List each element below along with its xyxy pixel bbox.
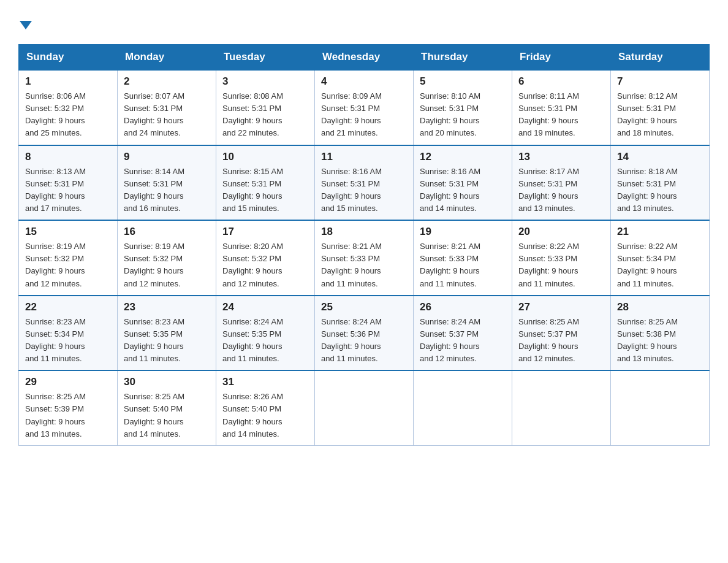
- day-info: Sunrise: 8:18 AMSunset: 5:31 PMDaylight:…: [617, 166, 703, 215]
- day-number: 18: [321, 226, 407, 238]
- col-thursday: Thursday: [414, 45, 512, 71]
- day-number: 24: [222, 301, 308, 313]
- day-number: 16: [124, 226, 210, 238]
- calendar-week-row-4: 22Sunrise: 8:23 AMSunset: 5:34 PMDayligh…: [19, 296, 710, 371]
- day-info: Sunrise: 8:21 AMSunset: 5:33 PMDaylight:…: [321, 240, 407, 290]
- day-number: 30: [124, 376, 210, 388]
- calendar-cell: 30Sunrise: 8:25 AMSunset: 5:40 PMDayligh…: [118, 370, 216, 445]
- day-number: 23: [124, 301, 210, 313]
- calendar-cell: 8Sunrise: 8:13 AMSunset: 5:31 PMDaylight…: [19, 145, 118, 221]
- calendar-cell: 10Sunrise: 8:15 AMSunset: 5:31 PMDayligh…: [216, 145, 315, 221]
- day-info: Sunrise: 8:15 AMSunset: 5:31 PMDaylight:…: [222, 166, 308, 215]
- calendar-cell: 12Sunrise: 8:16 AMSunset: 5:31 PMDayligh…: [414, 145, 512, 221]
- day-info: Sunrise: 8:23 AMSunset: 5:34 PMDaylight:…: [25, 316, 111, 366]
- calendar-cell: 7Sunrise: 8:12 AMSunset: 5:31 PMDaylight…: [611, 70, 710, 145]
- day-info: Sunrise: 8:11 AMSunset: 5:31 PMDaylight:…: [518, 90, 604, 140]
- calendar-cell: 23Sunrise: 8:23 AMSunset: 5:35 PMDayligh…: [118, 296, 216, 371]
- day-info: Sunrise: 8:22 AMSunset: 5:33 PMDaylight:…: [518, 240, 604, 290]
- day-number: 22: [25, 301, 111, 313]
- day-number: 27: [518, 301, 604, 313]
- day-number: 15: [25, 226, 111, 238]
- day-number: 3: [222, 75, 308, 88]
- calendar-cell: 14Sunrise: 8:18 AMSunset: 5:31 PMDayligh…: [611, 145, 710, 221]
- calendar-cell: 6Sunrise: 8:11 AMSunset: 5:31 PMDaylight…: [512, 70, 611, 145]
- col-wednesday: Wednesday: [315, 45, 414, 71]
- day-info: Sunrise: 8:14 AMSunset: 5:31 PMDaylight:…: [124, 166, 210, 215]
- day-number: 25: [321, 301, 407, 313]
- day-info: Sunrise: 8:10 AMSunset: 5:31 PMDaylight:…: [420, 90, 506, 140]
- calendar-cell: 4Sunrise: 8:09 AMSunset: 5:31 PMDaylight…: [315, 70, 414, 145]
- day-info: Sunrise: 8:25 AMSunset: 5:39 PMDaylight:…: [25, 391, 111, 440]
- day-info: Sunrise: 8:17 AMSunset: 5:31 PMDaylight:…: [518, 166, 604, 215]
- calendar-cell: [512, 370, 611, 445]
- calendar-cell: 3Sunrise: 8:08 AMSunset: 5:31 PMDaylight…: [216, 70, 315, 145]
- day-info: Sunrise: 8:22 AMSunset: 5:34 PMDaylight:…: [617, 240, 703, 290]
- calendar-cell: 27Sunrise: 8:25 AMSunset: 5:37 PMDayligh…: [512, 296, 611, 371]
- day-number: 10: [222, 151, 308, 163]
- day-number: 31: [222, 376, 308, 388]
- calendar-week-row-5: 29Sunrise: 8:25 AMSunset: 5:39 PMDayligh…: [19, 370, 710, 445]
- calendar-cell: 28Sunrise: 8:25 AMSunset: 5:38 PMDayligh…: [611, 296, 710, 371]
- day-info: Sunrise: 8:06 AMSunset: 5:32 PMDaylight:…: [25, 90, 111, 140]
- day-info: Sunrise: 8:24 AMSunset: 5:35 PMDaylight:…: [222, 316, 308, 366]
- calendar-week-row-1: 1Sunrise: 8:06 AMSunset: 5:32 PMDaylight…: [19, 70, 710, 145]
- day-number: 11: [321, 151, 407, 163]
- day-number: 4: [321, 75, 407, 88]
- calendar-cell: [315, 370, 414, 445]
- logo-triangle-icon: [20, 21, 32, 29]
- calendar-cell: 9Sunrise: 8:14 AMSunset: 5:31 PMDaylight…: [118, 145, 216, 221]
- col-monday: Monday: [118, 45, 216, 71]
- day-info: Sunrise: 8:21 AMSunset: 5:33 PMDaylight:…: [420, 240, 506, 290]
- calendar-cell: 22Sunrise: 8:23 AMSunset: 5:34 PMDayligh…: [19, 296, 118, 371]
- day-info: Sunrise: 8:23 AMSunset: 5:35 PMDaylight:…: [124, 316, 210, 366]
- col-friday: Friday: [512, 45, 611, 71]
- day-number: 26: [420, 301, 506, 313]
- day-info: Sunrise: 8:20 AMSunset: 5:32 PMDaylight:…: [222, 240, 308, 290]
- col-tuesday: Tuesday: [216, 45, 315, 71]
- day-number: 6: [518, 75, 604, 88]
- calendar-cell: 1Sunrise: 8:06 AMSunset: 5:32 PMDaylight…: [19, 70, 118, 145]
- calendar-cell: 19Sunrise: 8:21 AMSunset: 5:33 PMDayligh…: [414, 220, 512, 296]
- day-info: Sunrise: 8:13 AMSunset: 5:31 PMDaylight:…: [25, 166, 111, 215]
- calendar-cell: 21Sunrise: 8:22 AMSunset: 5:34 PMDayligh…: [611, 220, 710, 296]
- day-number: 17: [222, 226, 308, 238]
- calendar-cell: 29Sunrise: 8:25 AMSunset: 5:39 PMDayligh…: [19, 370, 118, 445]
- day-number: 19: [420, 226, 506, 238]
- day-number: 13: [518, 151, 604, 163]
- calendar-week-row-3: 15Sunrise: 8:19 AMSunset: 5:32 PMDayligh…: [19, 220, 710, 296]
- calendar-cell: 2Sunrise: 8:07 AMSunset: 5:31 PMDaylight…: [118, 70, 216, 145]
- day-info: Sunrise: 8:25 AMSunset: 5:38 PMDaylight:…: [617, 316, 703, 366]
- day-number: 28: [617, 301, 703, 313]
- day-number: 20: [518, 226, 604, 238]
- calendar-cell: 25Sunrise: 8:24 AMSunset: 5:36 PMDayligh…: [315, 296, 414, 371]
- day-info: Sunrise: 8:19 AMSunset: 5:32 PMDaylight:…: [25, 240, 111, 290]
- day-number: 12: [420, 151, 506, 163]
- day-info: Sunrise: 8:16 AMSunset: 5:31 PMDaylight:…: [321, 166, 407, 215]
- calendar-table: Sunday Monday Tuesday Wednesday Thursday…: [18, 44, 710, 446]
- calendar-cell: 5Sunrise: 8:10 AMSunset: 5:31 PMDaylight…: [414, 70, 512, 145]
- day-number: 1: [25, 75, 111, 88]
- calendar-cell: 24Sunrise: 8:24 AMSunset: 5:35 PMDayligh…: [216, 296, 315, 371]
- day-info: Sunrise: 8:25 AMSunset: 5:37 PMDaylight:…: [518, 316, 604, 366]
- day-info: Sunrise: 8:09 AMSunset: 5:31 PMDaylight:…: [321, 90, 407, 140]
- day-number: 29: [25, 376, 111, 388]
- day-info: Sunrise: 8:07 AMSunset: 5:31 PMDaylight:…: [124, 90, 210, 140]
- col-saturday: Saturday: [611, 45, 710, 71]
- calendar-cell: 15Sunrise: 8:19 AMSunset: 5:32 PMDayligh…: [19, 220, 118, 296]
- calendar-cell: 20Sunrise: 8:22 AMSunset: 5:33 PMDayligh…: [512, 220, 611, 296]
- calendar-cell: 16Sunrise: 8:19 AMSunset: 5:32 PMDayligh…: [118, 220, 216, 296]
- day-info: Sunrise: 8:24 AMSunset: 5:37 PMDaylight:…: [420, 316, 506, 366]
- calendar-cell: 18Sunrise: 8:21 AMSunset: 5:33 PMDayligh…: [315, 220, 414, 296]
- logo-general-row: [18, 16, 32, 33]
- col-sunday: Sunday: [19, 45, 118, 71]
- day-number: 5: [420, 75, 506, 88]
- day-info: Sunrise: 8:26 AMSunset: 5:40 PMDaylight:…: [222, 391, 308, 440]
- day-number: 8: [25, 151, 111, 163]
- day-info: Sunrise: 8:08 AMSunset: 5:31 PMDaylight:…: [222, 90, 308, 140]
- day-number: 7: [617, 75, 703, 88]
- day-info: Sunrise: 8:16 AMSunset: 5:31 PMDaylight:…: [420, 166, 506, 215]
- calendar-cell: 31Sunrise: 8:26 AMSunset: 5:40 PMDayligh…: [216, 370, 315, 445]
- logo: [18, 12, 32, 33]
- calendar-cell: 11Sunrise: 8:16 AMSunset: 5:31 PMDayligh…: [315, 145, 414, 221]
- day-number: 21: [617, 226, 703, 238]
